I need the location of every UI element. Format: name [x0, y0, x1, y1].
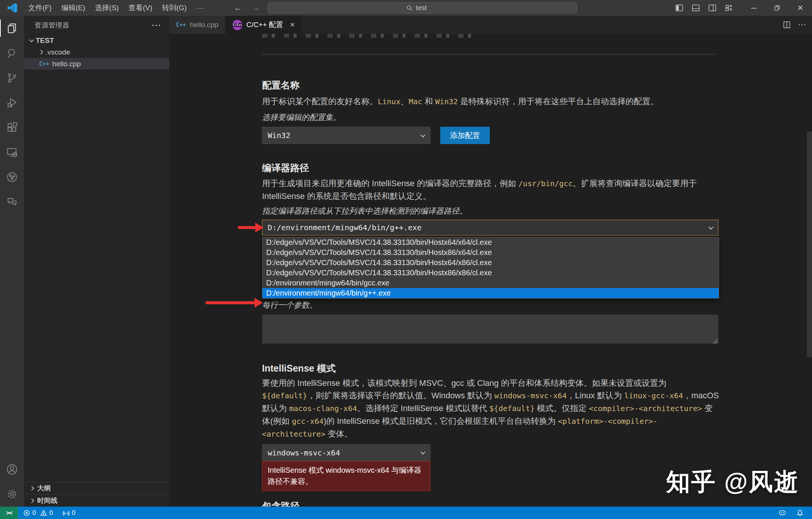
chevron-down-icon — [709, 225, 714, 229]
error-icon — [23, 510, 30, 516]
menu-selection[interactable]: 选择(S) — [90, 0, 124, 16]
activitybar-source-control[interactable] — [0, 65, 24, 90]
activitybar-remote-explorer[interactable] — [0, 140, 24, 165]
activitybar-extension-circle[interactable] — [0, 165, 24, 190]
compiler-path-dropdown: D:/edge/vs/VS/VC/Tools/MSVC/14.38.33130/… — [262, 237, 719, 299]
warning-icon — [40, 510, 47, 516]
circle-graph-icon — [6, 171, 18, 183]
editor-scrollbar[interactable] — [807, 132, 812, 357]
menu-overflow[interactable]: ··· — [192, 0, 209, 16]
back-arrow-icon[interactable]: ← — [234, 3, 242, 13]
intellisense-mode-value: windows-msvc-x64 — [268, 448, 340, 457]
vscode-window: 文件(F) 编辑(E) 选择(S) 查看(V) 转到(G) ··· ← → — [0, 0, 812, 519]
problems-indicator[interactable]: 0 0 — [23, 509, 53, 517]
annotation-arrow — [238, 223, 264, 232]
outline-panel-header[interactable]: 大纲 — [24, 482, 169, 494]
chevron-right-icon — [38, 50, 43, 55]
compiler-path-option[interactable]: D:/edge/vs/VS/VC/Tools/MSVC/14.38.33130/… — [262, 247, 719, 258]
activitybar-search[interactable] — [0, 41, 24, 65]
ports-count: 0 — [72, 509, 75, 517]
activitybar-extensions[interactable] — [0, 115, 24, 140]
minimize-button[interactable]: ─ — [742, 0, 765, 16]
editor-group: C++ hello.cpp C/C++ C/C++ 配置 × ··· — [169, 16, 812, 507]
tree-folder-vscode[interactable]: .vscode — [24, 46, 169, 58]
cpp-file-icon: C++ — [176, 21, 186, 28]
compiler-path-option[interactable]: D:/edge/vs/VS/VC/Tools/MSVC/14.38.33130/… — [262, 237, 719, 247]
intellisense-mode-select[interactable]: windows-msvc-x64 — [262, 444, 430, 461]
tab-label: C/C++ 配置 — [246, 20, 283, 30]
cpp-extension-icon: C/C++ — [232, 20, 242, 30]
command-center-search[interactable] — [268, 2, 577, 14]
add-configuration-button[interactable]: 添加配置 — [440, 127, 490, 144]
explorer-sidebar: 资源管理器 ··· TEST .vscode C++ hello.cpp 大纲 — [24, 16, 169, 507]
activitybar-settings[interactable] — [0, 482, 24, 507]
menu-view[interactable]: 查看(V) — [124, 0, 157, 16]
chevron-down-icon — [421, 450, 426, 455]
section-divider — [262, 54, 715, 55]
intellisense-description: 要使用的 IntelliSense 模式，该模式映射到 MSVC、gcc 或 C… — [262, 377, 719, 440]
compiler-args-hint: 每行一个参数。 — [262, 299, 719, 311]
toggle-panel-icon[interactable] — [692, 4, 700, 12]
compiler-path-combobox[interactable]: D:/environment/mingw64/bin/g++.exe — [262, 220, 718, 235]
timeline-panel-header[interactable]: 时间线 — [24, 494, 169, 507]
menu-file[interactable]: 文件(F) — [23, 0, 56, 16]
close-window-button[interactable]: ✕ — [789, 0, 812, 16]
config-select-hint: 选择要编辑的配置集。 — [262, 112, 719, 123]
folder-label: TEST — [36, 36, 54, 45]
close-tab-icon[interactable]: × — [290, 20, 295, 30]
debug-icon — [6, 97, 18, 109]
chevron-down-icon — [29, 38, 34, 42]
gear-icon — [6, 488, 18, 500]
file-label: hello.cpp — [52, 60, 81, 68]
activitybar-run-debug[interactable] — [0, 90, 24, 115]
tree-folder-test[interactable]: TEST — [24, 35, 169, 46]
resize-grip-icon[interactable] — [713, 338, 718, 344]
broadcast-icon — [63, 510, 70, 516]
compiler-args-textarea[interactable] — [262, 314, 718, 344]
activity-bar — [0, 16, 24, 507]
split-editor-icon[interactable] — [783, 21, 791, 29]
compiler-path-option[interactable]: D:/environment/mingw64/bin/gcc.exe — [262, 278, 719, 288]
compiler-path-description: 用于生成项目来启用更准确的 IntelliSense 的编译器的完整路径，例如 … — [262, 177, 719, 202]
restore-button[interactable] — [765, 0, 789, 16]
intellisense-mode-heading: IntelliSense 模式 — [262, 363, 719, 374]
menu-edit[interactable]: 编辑(E) — [56, 0, 90, 16]
bell-icon[interactable] — [796, 509, 804, 517]
tab-cpp-config[interactable]: C/C++ C/C++ 配置 × — [226, 16, 301, 34]
compiler-path-option[interactable]: D:/environment/mingw64/bin/g++.exe — [262, 288, 719, 298]
compiler-path-option[interactable]: D:/edge/vs/VS/VC/Tools/MSVC/14.38.33130/… — [262, 268, 719, 278]
tab-hello-cpp[interactable]: C++ hello.cpp — [169, 16, 226, 34]
menu-go[interactable]: 转到(G) — [157, 0, 191, 16]
ports-indicator[interactable]: 0 — [63, 509, 75, 517]
configuration-select[interactable]: Win32 — [262, 127, 430, 144]
configuration-select-value: Win32 — [268, 131, 290, 140]
tree-file-hello-cpp[interactable]: C++ hello.cpp — [24, 58, 169, 70]
editor-more-actions[interactable]: ··· — [798, 21, 807, 28]
remote-indicator[interactable]: >< — [0, 507, 18, 519]
search-input[interactable] — [416, 4, 438, 12]
toggle-sidebar-icon[interactable] — [675, 4, 683, 12]
search-icon — [406, 5, 413, 11]
compiler-path-option[interactable]: D:/edge/vs/VS/VC/Tools/MSVC/14.38.33130/… — [262, 258, 719, 268]
config-name-heading: 配置名称 — [262, 79, 719, 91]
title-bar: 文件(F) 编辑(E) 选择(S) 查看(V) 转到(G) ··· ← → — [0, 0, 812, 16]
tab-label: hello.cpp — [190, 21, 218, 29]
cpp-file-icon: C++ — [39, 61, 49, 67]
activitybar-explorer[interactable] — [0, 16, 24, 41]
search-icon — [6, 47, 18, 59]
vscode-logo-icon — [7, 2, 18, 14]
compiler-path-heading: 编译器路径 — [262, 162, 719, 173]
compiler-path-hint: 指定编译器路径或从下拉列表中选择检测到的编译器路径。 — [262, 205, 719, 217]
forward-arrow-icon[interactable]: → — [252, 3, 260, 13]
activitybar-comments[interactable] — [0, 190, 24, 214]
panel-label: 大纲 — [37, 484, 51, 493]
activitybar-account[interactable] — [0, 457, 24, 482]
warning-count: 0 — [49, 509, 53, 517]
customize-layout-icon[interactable] — [725, 4, 733, 12]
restore-icon — [774, 5, 780, 11]
compiler-path-value: D:/environment/mingw64/bin/g++.exe — [268, 223, 421, 232]
remote-explorer-icon — [6, 146, 18, 158]
toggle-secondary-sidebar-icon[interactable] — [708, 4, 717, 12]
copilot-icon[interactable] — [778, 509, 786, 517]
sidebar-more-actions[interactable]: ··· — [152, 21, 162, 30]
